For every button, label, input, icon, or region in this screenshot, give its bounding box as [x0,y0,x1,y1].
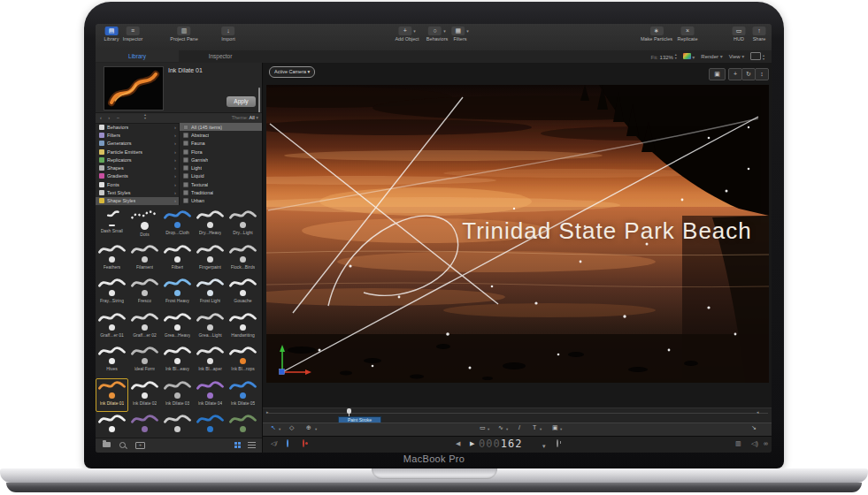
brush-item[interactable]: Ink Dilate 01 [96,378,128,413]
theme-item[interactable]: Light [180,164,262,171]
audio-mute-icon[interactable]: ◁/ [271,440,277,447]
transform-tool-icon[interactable]: ◇ [289,424,294,431]
brush-item[interactable]: Dry...Light [227,208,259,242]
chevron-down-icon[interactable]: ▾ [542,443,546,450]
brush-item[interactable]: Gouache [227,276,259,310]
category-item[interactable]: Generators › [96,140,179,148]
theme-item[interactable]: Garnish [180,156,262,164]
theme-item[interactable]: All (145 items) [180,123,262,131]
nav-back-forward-icons[interactable]: ‹ › − [100,115,122,120]
replicate-button[interactable]: × Replicate [678,27,698,42]
project-duration-icon[interactable] [557,440,558,446]
brush-item[interactable]: Ink Dilate 05 [227,378,259,413]
paint-stroke-tool-icon[interactable]: / [518,424,520,430]
brush-item[interactable]: Ink Dilate 03 [161,378,194,413]
theme-item[interactable]: Fauna [180,140,262,148]
show-frames-icon[interactable]: ▥ [735,440,741,447]
audio-icon[interactable]: ◁) [751,440,758,447]
theme-filter[interactable]: Theme: All ▾ [232,115,258,120]
brush-item[interactable]: Ink Bl...aper [194,344,227,378]
brush-item[interactable]: Ink Bl...rops [227,344,259,378]
brush-item[interactable]: Ink Dilate 04 [194,378,227,413]
mini-timeline[interactable]: ▸ ◂ Paint Stroke [263,407,772,423]
tab-library[interactable]: Library [96,50,179,62]
render-menu[interactable]: Render ▾ [701,53,722,59]
brush-item[interactable]: Ink Dilate 02 [128,378,161,413]
orbit-tool-button[interactable]: ↻ [741,68,756,80]
library-button[interactable]: ▤ Library [104,27,119,42]
category-item[interactable]: Gradients › [96,172,179,180]
brush-item[interactable]: Grea...Heavy [161,310,194,345]
brush-item[interactable]: Feathers [96,242,128,277]
category-item[interactable]: Particle Emitters › [96,148,179,156]
brush-item[interactable] [96,412,128,436]
add-object-button[interactable]: +▾ Add Object [395,27,419,42]
category-item[interactable]: Filters › [96,131,179,139]
timecode[interactable]: 000162 [479,438,522,450]
category-item[interactable]: Behaviors › [96,123,179,131]
pan-hand-tool-icon[interactable]: ⊕ [306,424,311,431]
category-item[interactable]: Shapes › [96,164,179,171]
loop-playback-icon[interactable] [287,440,288,446]
in-marker-icon[interactable]: ▸ [266,409,269,415]
camera-overlay-button[interactable]: ▣ [709,68,726,80]
mask-tool-icon[interactable]: ▣ [552,424,558,431]
import-button[interactable]: ↓ Import [221,27,235,42]
pan-tool-button[interactable]: + [728,68,742,80]
make-particles-button[interactable]: ∗ Make Particles [641,27,672,42]
brush-item[interactable]: Dash Small [96,208,128,242]
brush-item[interactable] [194,412,227,436]
brush-item[interactable] [161,412,194,436]
camera-select[interactable]: Active Camera ▾ [269,66,315,78]
brush-item[interactable]: Dots [128,208,161,242]
brush-item[interactable]: Graff...er 02 [128,310,161,345]
brush-item[interactable]: Grea...Light [194,310,227,345]
out-marker-icon[interactable]: ◂ [757,409,759,415]
record-icon[interactable] [303,440,304,446]
brush-item[interactable]: Flock...Birds [227,242,259,277]
brush-item[interactable]: Ideal Form [128,344,161,378]
inspector-button[interactable]: ≡ Inspector [123,27,143,42]
category-item[interactable]: Fonts › [96,180,179,188]
previous-frame-icon[interactable]: ◀ [456,440,460,447]
behaviors-button[interactable]: ○▾ Behaviors [426,27,448,42]
select-tool-icon[interactable]: ↖ [271,424,276,431]
brush-item[interactable]: Fingerpaint [194,242,227,277]
brush-item[interactable]: Filament [128,242,161,277]
brush-item[interactable]: Frost Heavy [161,276,194,310]
filters-button[interactable]: ▦▾ Filters [451,27,469,42]
search-icon[interactable] [119,442,126,448]
brush-item[interactable]: Drop...Cloth [161,208,194,242]
add-smart-collection-icon[interactable]: + [135,442,145,449]
brush-item[interactable]: Filbert [161,242,194,277]
category-item[interactable]: Text Styles › [96,188,179,196]
brush-item[interactable]: Handwriting [227,310,259,345]
brush-item[interactable]: Fray...String [96,276,128,310]
share-button[interactable]: ↑ Share [753,27,766,42]
theme-item[interactable]: Abstract [180,131,262,139]
zoom-control[interactable]: Fit: 132% ▴▾ [651,53,677,60]
hud-button[interactable]: ▭ HUD [733,27,746,42]
new-folder-icon[interactable] [103,442,111,447]
list-view-icon[interactable] [248,442,256,448]
theme-item[interactable]: Textural [180,180,262,188]
brush-item[interactable]: Frost Light [194,276,227,310]
channels-select[interactable]: ▾ [683,53,695,60]
brush-item[interactable]: Fresco [128,276,161,310]
apply-button[interactable]: Apply [227,96,256,107]
play-icon[interactable]: ▶ [470,440,474,447]
view-menu[interactable]: View ▾ [729,53,745,59]
brush-item[interactable]: Ink Bl...eavy [161,344,194,378]
stepper-icon[interactable]: ▴▾ [675,53,677,60]
expand-timeline-icon[interactable]: ↘ [751,424,757,431]
brush-item[interactable]: Hives [96,344,128,378]
theme-item[interactable]: Flora [180,148,262,156]
brush-item[interactable]: Dry...Heavy [194,208,227,242]
grid-view-icon[interactable] [234,442,242,449]
display-select[interactable]: ▴▾ [750,52,764,61]
bezier-tool-icon[interactable]: ∿ [498,424,503,431]
theme-item[interactable]: Liquid [180,172,262,180]
category-item[interactable]: Shape Styles › [96,197,179,205]
theme-item[interactable]: Urban [180,197,262,205]
text-tool-icon[interactable]: T [533,424,536,430]
